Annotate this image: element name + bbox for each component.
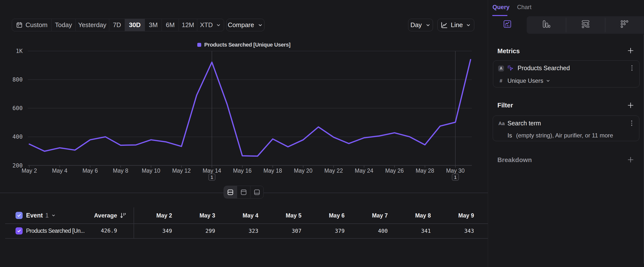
filter-operator[interactable]: Is <box>508 132 512 139</box>
layout-split-button[interactable] <box>224 186 237 198</box>
layout-split-icon <box>227 189 234 196</box>
metric-card[interactable]: A Products Searched # Unique Users <box>493 60 640 87</box>
date-cell-value: 323 <box>219 228 258 234</box>
check-icon <box>17 213 21 217</box>
svg-text:May 6: May 6 <box>82 167 98 174</box>
measure-dropdown[interactable]: Unique Users <box>508 77 550 84</box>
layout-toggle-group <box>224 186 264 198</box>
chart-type-dropdown[interactable]: Line <box>437 19 474 31</box>
chevron-down-icon <box>425 23 431 28</box>
date-cell-value: 400 <box>348 228 388 234</box>
date-column-header[interactable]: May 6 <box>305 212 345 219</box>
layout-chart-only-icon <box>240 189 247 196</box>
filter-card[interactable]: Aa Search term Is (empty string), Air pu… <box>493 116 639 141</box>
table-bottom-divider <box>5 238 488 239</box>
svg-text:May 16: May 16 <box>233 167 252 174</box>
layout-table-only-button[interactable] <box>250 186 264 198</box>
date-range-custom[interactable]: Custom <box>12 19 52 31</box>
svg-text:May 30: May 30 <box>446 167 464 174</box>
svg-text:May 10: May 10 <box>142 167 160 174</box>
insights-report-page: Custom Today Yesterday 7D 30D 3M 6M 12M … <box>0 0 644 267</box>
active-tab-indicator <box>492 15 508 16</box>
date-range-label: Today <box>55 21 72 29</box>
filter-menu-button[interactable] <box>631 120 632 126</box>
date-range-12m[interactable]: 12M <box>179 19 197 31</box>
select-all-checkbox[interactable] <box>16 212 23 219</box>
layout-table-only-icon <box>254 189 260 196</box>
date-column-header[interactable]: May 2 <box>133 212 172 219</box>
row-average-value: 426.9 <box>78 228 117 234</box>
check-icon <box>17 229 21 233</box>
calendar-icon <box>16 22 23 28</box>
chevron-down-icon <box>546 78 550 83</box>
date-range-label: 7D <box>113 21 121 29</box>
layout-chart-only-button[interactable] <box>237 186 250 198</box>
date-range-yesterday[interactable]: Yesterday <box>76 19 109 31</box>
chevron-down-icon <box>466 23 471 28</box>
svg-text:May 2: May 2 <box>22 167 37 174</box>
svg-text:May 28: May 28 <box>416 167 434 174</box>
chevron-down-icon <box>258 23 263 28</box>
add-breakdown-button[interactable] <box>628 157 634 163</box>
date-cell-value: 379 <box>305 228 345 234</box>
svg-text:1: 1 <box>454 175 457 180</box>
date-range-label: XTD <box>200 21 213 29</box>
date-range-6m[interactable]: 6M <box>162 19 179 31</box>
line-chart[interactable]: 2004006008001KMay 2May 4May 6May 8May 10… <box>0 37 488 193</box>
chevron-down-icon <box>216 23 221 28</box>
svg-text:600: 600 <box>12 105 23 111</box>
tab-query[interactable]: Query <box>492 4 510 11</box>
svg-text:May 24: May 24 <box>355 167 374 174</box>
date-column-header[interactable]: May 8 <box>392 212 431 219</box>
event-column-header[interactable]: Event 1 <box>26 212 56 219</box>
date-range-today[interactable]: Today <box>52 19 76 31</box>
table-header-divider <box>5 223 488 224</box>
granularity-dropdown[interactable]: Day <box>408 19 433 31</box>
svg-text:May 22: May 22 <box>324 167 343 174</box>
compare-button[interactable]: Compare <box>226 19 264 31</box>
breakdown-heading: Breakdown <box>498 156 532 164</box>
date-range-xtd[interactable]: XTD <box>197 19 224 31</box>
svg-text:800: 800 <box>12 76 23 83</box>
tab-chart[interactable]: Chart <box>517 4 532 11</box>
svg-text:1: 1 <box>210 175 213 180</box>
date-range-30d[interactable]: 30D <box>125 19 145 31</box>
flows-tab-icon[interactable] <box>582 20 590 28</box>
date-range-selector: Custom Today Yesterday 7D 30D 3M 6M 12M … <box>12 19 224 31</box>
metric-menu-button[interactable] <box>632 65 633 71</box>
metrics-heading: Metrics <box>498 47 520 55</box>
date-range-label: 30D <box>129 21 141 29</box>
date-cell-value: 343 <box>435 228 474 234</box>
insights-tab-icon[interactable] <box>504 20 511 28</box>
date-column-header[interactable]: May 3 <box>176 212 215 219</box>
sort-descending-icon[interactable] <box>120 212 126 219</box>
svg-text:May 14: May 14 <box>203 167 222 174</box>
svg-text:200: 200 <box>12 162 23 169</box>
retention-tab-icon[interactable] <box>621 20 628 28</box>
chevron-down-icon <box>51 213 56 218</box>
date-column-header[interactable]: May 4 <box>219 212 258 219</box>
svg-text:400: 400 <box>12 134 23 140</box>
add-filter-button[interactable] <box>628 102 634 108</box>
measure-type-symbol: # <box>500 78 502 84</box>
date-cell-value: 307 <box>262 228 302 234</box>
date-column-header[interactable]: May 9 <box>435 212 474 219</box>
date-range-custom-label: Custom <box>26 21 48 29</box>
svg-text:May 12: May 12 <box>172 167 191 174</box>
tab-divider <box>566 18 566 32</box>
tab-divider <box>605 18 606 32</box>
filter-value[interactable]: (empty string), Air purifier, or 11 more <box>516 132 613 139</box>
add-metric-button[interactable] <box>628 48 634 54</box>
date-range-7d[interactable]: 7D <box>109 19 125 31</box>
average-column-header[interactable]: Average <box>78 212 117 219</box>
date-column-header[interactable]: May 7 <box>348 212 388 219</box>
date-column-header[interactable]: May 5 <box>262 212 302 219</box>
funnels-tab-icon[interactable] <box>543 20 550 28</box>
date-cell-value: 341 <box>392 228 431 234</box>
row-checkbox[interactable] <box>16 227 23 234</box>
row-label[interactable]: Products Searched [Un... <box>26 227 84 234</box>
filter-heading: Filter <box>498 102 513 109</box>
date-range-3m[interactable]: 3M <box>145 19 162 31</box>
metric-event-name: Products Searched <box>518 65 570 72</box>
date-cell-value: 299 <box>176 228 215 234</box>
